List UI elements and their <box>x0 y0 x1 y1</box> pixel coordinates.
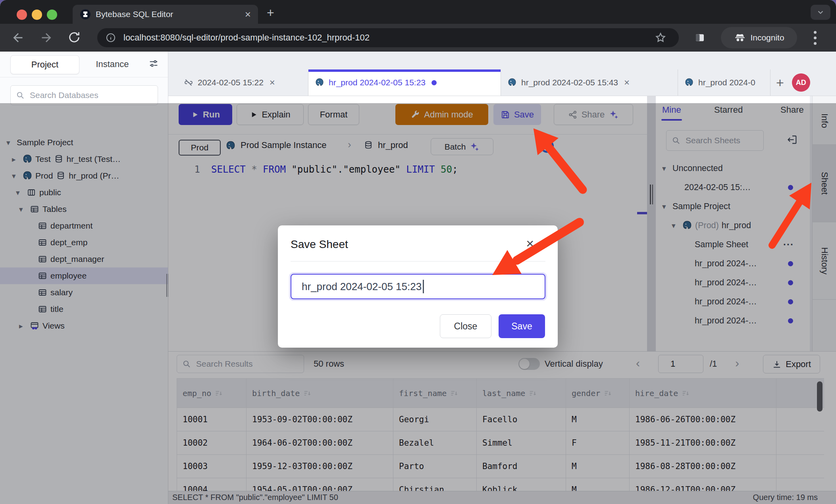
editor-tab-label: hr_prod 2024-02-05 15:23 <box>329 78 426 87</box>
browser-tab[interactable]: Bytebase SQL Editor × <box>73 5 258 24</box>
sidebar-header: Project Instance <box>0 52 168 77</box>
tab-close-icon[interactable]: × <box>624 77 630 88</box>
browser-toolbar: localhost:8080/sql-editor/prod-sample-in… <box>0 24 836 52</box>
editor-tab[interactable]: 2024-02-05 15:22× <box>177 69 308 96</box>
editor-tab-label: hr_prod 2024-02-05 15:43 <box>521 78 618 87</box>
dialog-close-icon[interactable]: × <box>526 236 534 251</box>
editor-tab-label: hr_prod 2024-0 <box>698 78 755 87</box>
new-sheet-tab-button[interactable]: + <box>771 69 790 96</box>
reload-icon <box>67 31 81 44</box>
sheet-name-input[interactable]: hr_prod 2024-02-05 15:23 <box>291 274 545 299</box>
incognito-icon <box>734 31 746 44</box>
browser-tab-close-icon[interactable]: × <box>245 9 251 19</box>
search-icon <box>15 90 25 100</box>
tab-search-chevron-button[interactable] <box>811 5 830 20</box>
editor-tab-strip: 2024-02-05 15:22×hr_prod 2024-02-05 15:2… <box>168 69 836 96</box>
macos-zoom-button[interactable] <box>47 10 57 20</box>
forward-button[interactable] <box>39 31 53 46</box>
editor-tab[interactable]: hr_prod 2024-02-05 15:43× <box>501 69 678 96</box>
bytebase-favicon <box>80 9 91 20</box>
screenshot-stage: Bytebase SQL Editor × + localhost:8080/s… <box>0 0 836 504</box>
dialog-close-button[interactable]: Close <box>440 314 491 338</box>
pg-icon <box>684 78 694 87</box>
side-panel-button[interactable] <box>694 32 706 45</box>
url-text: localhost:8080/sql-editor/prod-sample-in… <box>123 33 370 43</box>
back-arrow-icon <box>11 31 25 45</box>
browser-tab-title: Bytebase SQL Editor <box>96 10 240 19</box>
tab-close-icon[interactable]: × <box>270 77 275 88</box>
dialog-save-button[interactable]: Save <box>499 314 545 338</box>
editor-tab[interactable]: hr_prod 2024-0 <box>678 69 771 96</box>
tab-project[interactable]: Project <box>10 55 79 74</box>
macos-close-button[interactable] <box>17 10 27 20</box>
back-button[interactable] <box>11 31 25 46</box>
linkoff-icon <box>184 78 193 87</box>
sheet-name-value: hr_prod 2024-02-05 15:23 <box>302 281 422 293</box>
editor-tab-label: 2024-02-05 15:22 <box>198 78 264 87</box>
dialog-title: Save Sheet <box>291 238 348 251</box>
sidebar-filter-button[interactable] <box>148 58 159 69</box>
database-search-input[interactable] <box>29 90 153 100</box>
editor-tab[interactable]: hr_prod 2024-02-05 15:23 <box>308 69 501 96</box>
pg-icon <box>315 78 324 87</box>
macos-minimize-button[interactable] <box>32 10 42 20</box>
browser-menu-button[interactable] <box>814 31 817 45</box>
browser-chrome: Bytebase SQL Editor × + localhost:8080/s… <box>0 0 836 52</box>
incognito-label: Incognito <box>750 33 784 42</box>
text-cursor <box>423 280 424 293</box>
side-panel-icon <box>694 32 706 44</box>
browser-window: Bytebase SQL Editor × + localhost:8080/s… <box>0 0 836 504</box>
reload-button[interactable] <box>67 31 81 46</box>
new-tab-button[interactable]: + <box>267 6 274 20</box>
chevron-down-icon <box>816 8 825 17</box>
dialog-divider <box>291 261 545 262</box>
site-info-icon[interactable] <box>105 32 116 43</box>
forward-arrow-icon <box>39 31 53 45</box>
incognito-badge: Incognito <box>721 27 797 48</box>
unsaved-dot-icon <box>431 80 437 85</box>
pg-icon <box>507 78 517 87</box>
bookmark-button[interactable] <box>654 31 667 46</box>
address-bar[interactable]: localhost:8080/sql-editor/prod-sample-in… <box>97 28 679 47</box>
star-icon <box>654 31 667 44</box>
save-sheet-dialog: Save Sheet × hr_prod 2024-02-05 15:23 Cl… <box>278 225 558 348</box>
database-search[interactable] <box>10 85 158 105</box>
tab-instance[interactable]: Instance <box>85 55 140 73</box>
user-avatar[interactable]: AD <box>792 73 810 92</box>
